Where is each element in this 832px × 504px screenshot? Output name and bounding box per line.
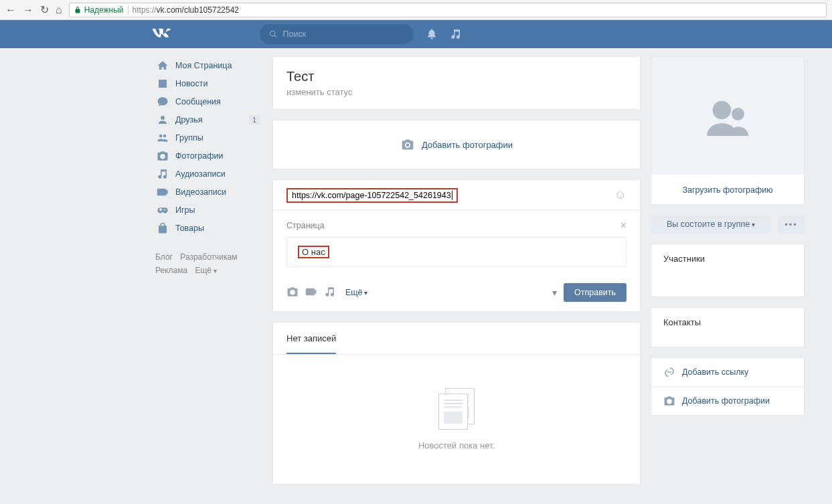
composer-value: https://vk.com/page-105722542_54261943 — [292, 191, 451, 200]
group-avatar-icon — [699, 92, 756, 139]
notifications-icon[interactable] — [426, 28, 438, 40]
post-composer-block: https://vk.com/page-105722542_54261943 ☺… — [272, 179, 641, 312]
nav-label: Фотографии — [175, 151, 223, 161]
add-link-label: Добавить ссылку — [682, 367, 748, 377]
cover-placeholder — [651, 57, 804, 175]
secure-label: Надежный — [84, 5, 124, 15]
search-input[interactable] — [283, 29, 404, 39]
change-status-link[interactable]: изменить статус — [286, 87, 627, 97]
nav-label: Видеозаписи — [175, 187, 226, 197]
nav-my-page[interactable]: Моя Страница — [153, 56, 262, 74]
games-icon — [157, 204, 169, 216]
video-icon — [157, 186, 169, 198]
footer-developers-link[interactable]: Разработчикам — [180, 252, 237, 262]
nav-label: Сообщения — [175, 97, 221, 106]
nav-badge: 1 — [249, 115, 260, 124]
nav-audio[interactable]: Аудиозаписи — [153, 165, 262, 183]
contacts-title: Контакты — [663, 317, 792, 327]
empty-docs-icon — [438, 388, 475, 428]
nav-messages[interactable]: Сообщения — [153, 92, 262, 110]
add-photos-action[interactable]: Добавить фотографии — [651, 387, 805, 416]
footer-more-link[interactable]: Ещё — [195, 266, 216, 275]
composer-input[interactable]: https://vk.com/page-105722542_54261943 — [286, 188, 458, 203]
nav-groups[interactable]: Группы — [153, 129, 262, 147]
address-bar[interactable]: Надежный https://vk.com/club105722542 — [69, 3, 827, 17]
music-icon[interactable] — [450, 28, 462, 40]
cover-block: Загрузить фотографию — [651, 56, 805, 205]
send-button[interactable]: Отправить — [564, 283, 627, 302]
svg-point-1 — [732, 108, 744, 120]
nav-back-icon[interactable]: ← — [5, 4, 16, 16]
nav-photos[interactable]: Фотографии — [153, 147, 262, 165]
svg-point-0 — [713, 101, 732, 120]
page-url: https://vk.com/club105722542 — [133, 5, 239, 15]
camera-icon — [400, 138, 415, 151]
friends-icon — [157, 114, 169, 126]
membership-button[interactable]: Вы состоите в группе — [651, 215, 771, 234]
home-icon[interactable]: ⌂ — [56, 4, 62, 16]
camera-icon — [663, 395, 675, 407]
contacts-block[interactable]: Контакты — [651, 307, 805, 347]
link-icon — [663, 366, 675, 378]
news-icon — [157, 78, 169, 90]
nav-label: Друзья — [175, 115, 203, 124]
right-actions: Добавить ссылку Добавить фотографии — [651, 357, 805, 416]
footer-links: Блог Разработчикам Реклама Ещё — [153, 250, 262, 278]
attach-type-label: Страница — [286, 221, 325, 230]
add-photos-block[interactable]: Добавить фотографии — [272, 120, 641, 169]
group-title: Тест — [286, 69, 627, 84]
post-visibility-menu[interactable]: ▾ — [552, 287, 557, 298]
wall-tab[interactable]: Нет записей — [286, 323, 336, 354]
reload-icon[interactable]: ↻ — [40, 3, 49, 16]
nav-label: Игры — [175, 205, 195, 215]
nav-video[interactable]: Видеозаписи — [153, 183, 262, 201]
attach-audio-icon[interactable] — [324, 286, 336, 300]
messages-icon — [157, 96, 169, 108]
attached-page: Страница × О нас — [273, 209, 640, 276]
search-icon — [269, 29, 278, 39]
nav-market[interactable]: Товары — [153, 219, 262, 237]
vk-logo[interactable] — [153, 28, 179, 40]
market-icon — [157, 222, 169, 234]
footer-ads-link[interactable]: Реклама — [155, 266, 187, 275]
groups-icon — [157, 132, 169, 144]
browser-chrome: ← → ↻ ⌂ Надежный https://vk.com/club1057… — [0, 0, 832, 20]
nav-label: Новости — [175, 79, 207, 88]
attach-page-title: О нас — [302, 247, 325, 257]
add-photos-label: Добавить фотографии — [682, 396, 770, 406]
group-header-block: Тест изменить статус — [272, 56, 641, 110]
emoji-icon[interactable]: ☺ — [614, 188, 627, 202]
remove-attach-icon[interactable]: × — [620, 220, 627, 232]
nav-label: Аудиозаписи — [175, 169, 226, 179]
attach-more-menu[interactable]: Ещё — [345, 288, 367, 297]
add-photos-label: Добавить фотографии — [422, 140, 513, 150]
wall-empty-text: Новостей пока нет. — [418, 440, 495, 450]
secure-badge: Надежный — [74, 5, 124, 15]
wall-block: Нет записей Новостей пока нет. — [272, 322, 641, 485]
home-icon — [157, 60, 169, 72]
search-box[interactable] — [260, 24, 414, 44]
participants-block[interactable]: Участники — [651, 244, 805, 297]
attach-photo-icon[interactable] — [286, 286, 299, 300]
camera-icon — [157, 150, 169, 162]
more-actions-button[interactable]: ••• — [778, 215, 805, 234]
nav-games[interactable]: Игры — [153, 201, 262, 219]
attach-video-icon[interactable] — [305, 286, 317, 300]
nav-label: Моя Страница — [175, 61, 232, 70]
footer-blog-link[interactable]: Блог — [155, 252, 173, 262]
nav-forward-icon[interactable]: → — [23, 4, 33, 16]
upload-photo-link[interactable]: Загрузить фотографию — [651, 175, 804, 195]
lock-icon — [74, 6, 82, 14]
nav-label: Группы — [175, 133, 203, 143]
membership-row: Вы состоите в группе ••• — [651, 215, 805, 234]
nav-news[interactable]: Новости — [153, 74, 262, 92]
left-sidebar: Моя Страница Новости Сообщения Друзья 1 … — [153, 48, 262, 485]
nav-label: Товары — [175, 224, 204, 233]
nav-friends[interactable]: Друзья 1 — [153, 110, 262, 129]
add-link-action[interactable]: Добавить ссылку — [651, 357, 805, 387]
attach-page-box[interactable]: О нас — [286, 237, 627, 267]
vk-header — [0, 20, 832, 48]
audio-icon — [157, 168, 169, 180]
participants-title: Участники — [663, 254, 792, 264]
